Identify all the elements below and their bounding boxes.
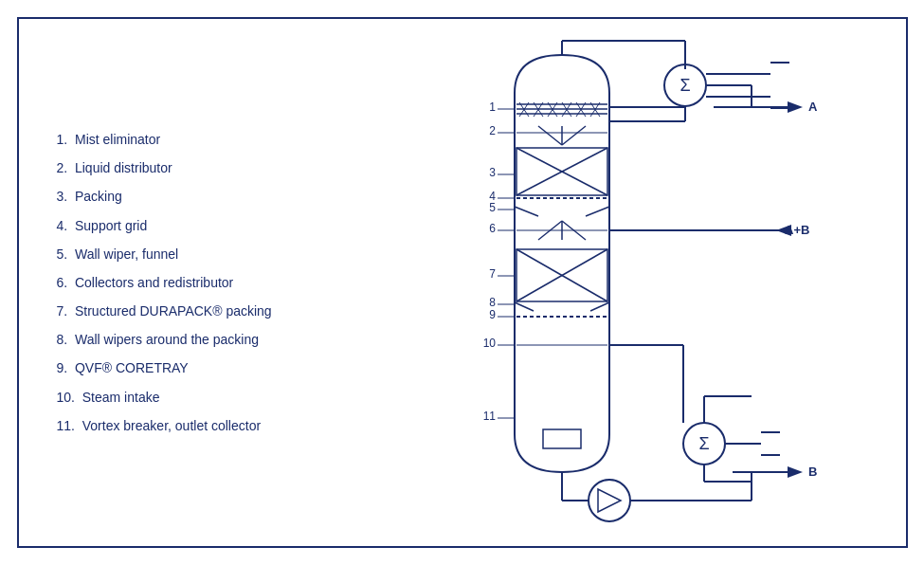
legend-item-9: 9. QVF® CORETRAY — [57, 359, 322, 376]
legend-item-5: 5. Wall wiper, funnel — [57, 246, 322, 263]
process-diagram: 1 2 — [391, 36, 846, 529]
svg-line-36 — [586, 207, 609, 216]
svg-marker-77 — [598, 489, 621, 512]
legend-item-2: 2. Liquid distributor — [57, 159, 322, 176]
svg-line-23 — [562, 126, 586, 145]
legend-item-11: 11. Vortex breaker, outlet collector — [57, 417, 322, 434]
svg-text:A+B: A+B — [785, 223, 809, 237]
svg-text:8: 8 — [489, 296, 496, 309]
svg-line-51 — [590, 302, 609, 311]
svg-text:B: B — [808, 465, 817, 479]
diagram-panel: 1 2 — [351, 38, 887, 527]
legend-item-6: 6. Collectors and redistributor — [57, 274, 322, 291]
legend-item-3: 3. Packing — [57, 188, 322, 205]
main-container: 1. Mist eliminator 2. Liquid distributor… — [17, 17, 908, 548]
svg-line-22 — [538, 126, 562, 145]
svg-text:5: 5 — [489, 201, 496, 214]
svg-text:7: 7 — [489, 267, 496, 281]
svg-text:11: 11 — [482, 410, 496, 423]
svg-text:6: 6 — [489, 222, 496, 235]
svg-text:9: 9 — [489, 308, 496, 321]
legend-item-8: 8. Wall wipers around the packing — [57, 331, 322, 348]
svg-text:Σ: Σ — [679, 76, 690, 95]
svg-text:1: 1 — [489, 100, 496, 114]
legend-item-4: 4. Support grid — [57, 217, 322, 234]
legend-item-1: 1. Mist eliminator — [57, 131, 322, 148]
legend-item-7: 7. Structured DURAPACK® packing — [57, 302, 322, 319]
legend-item-10: 10. Steam intake — [57, 389, 322, 406]
svg-text:A: A — [808, 100, 818, 114]
svg-line-35 — [515, 207, 538, 216]
svg-text:3: 3 — [489, 166, 496, 179]
svg-text:Σ: Σ — [698, 434, 709, 453]
svg-point-76 — [589, 480, 630, 521]
svg-text:10: 10 — [482, 337, 496, 350]
legend-panel: 1. Mist eliminator 2. Liquid distributor… — [38, 38, 341, 527]
svg-line-50 — [515, 302, 534, 311]
svg-rect-60 — [543, 429, 581, 448]
svg-text:2: 2 — [489, 124, 496, 137]
